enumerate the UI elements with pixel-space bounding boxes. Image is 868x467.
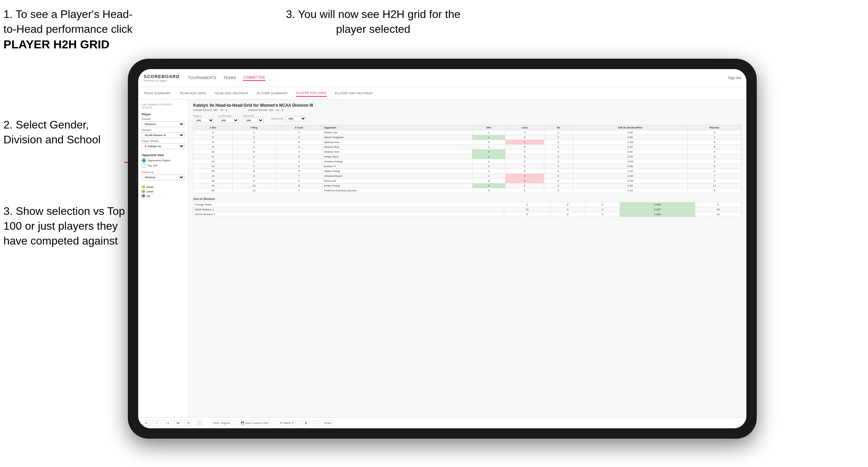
sub-nav-player-summary[interactable]: PLAYER SUMMARY: [257, 90, 288, 96]
up-color-dot: [142, 194, 145, 198]
grid-subtitle: Overall Record: 353 - 34 - 6 Division Re…: [193, 108, 742, 112]
tablet-frame: SCOREBOARD Powered by clippd TOURNAMENTS…: [128, 59, 757, 439]
brand: SCOREBOARD Powered by clippd: [144, 74, 180, 82]
tablet-screen: SCOREBOARD Powered by clippd TOURNAMENTS…: [138, 69, 746, 428]
overall-record: Overall Record: 353 - 34 - 6: [193, 108, 227, 112]
out-of-division-row: NAIA Division 1 15 0 0 9.267 30: [194, 207, 742, 212]
sidebar: Last Updated: 27/03/202416:55:38 Player …: [138, 99, 188, 417]
grid-area: Katelyn Vo Head-to-Head Grid for Women's…: [188, 99, 746, 417]
table-row: 9 1 4 Sharon Mun 1 0 1 3.67 3: [194, 145, 742, 150]
grid-title: Katelyn Vo Head-to-Head Grid for Women's…: [193, 103, 742, 108]
table-row: 15 8 5 Stella Cheng 1 0 0 1.25 4: [194, 169, 742, 174]
bottom-toolbar: ↩ ← ↪ ⇆ ↺ 🕐 | View: Original | 💾 Save Cu…: [138, 417, 746, 428]
back-button[interactable]: ←: [153, 420, 161, 426]
out-of-division-table: Foreign Team 1 0 0 4.500 2 NAIA Division…: [193, 202, 742, 217]
sub-nav-team-summary[interactable]: TEAM SUMMARY: [144, 90, 171, 96]
instruction-bottom-left: 3. Show selection vs Top 100 or just pla…: [3, 204, 128, 249]
opponents-filter-select[interactable]: (All): [285, 116, 306, 121]
nav-links: TOURNAMENTS TEAMS COMMITTEE: [188, 75, 728, 81]
th-div: # Div: [194, 125, 233, 130]
colour-by-label: Colour by: [142, 171, 185, 174]
h2h-table: # Div # Reg # Conf Opponent Win Loss Tie…: [193, 125, 742, 193]
table-row: 10 6 3 Andrea York 2 0 0 4.00 4: [194, 150, 742, 154]
upload-button[interactable]: ↑: [312, 420, 319, 426]
th-reg: # Reg: [233, 125, 275, 130]
undo-button[interactable]: ↩: [142, 420, 150, 426]
table-row: 20 11 7 Federica Domecq Lacroze 2 1 0 1.…: [194, 188, 742, 193]
top-100-radio[interactable]: Top 100: [142, 163, 185, 168]
table-row: 18 2 2 Euna Lee 0 1 0 -5.00 2: [194, 179, 742, 183]
th-loss: Loss: [506, 125, 544, 130]
color-legend: Down Level Up: [142, 185, 185, 198]
division-select[interactable]: NCAA Division III NCAA Division I NCAA D…: [142, 132, 185, 138]
reset-button[interactable]: ↺: [185, 420, 192, 426]
download-button[interactable]: ⬇: [302, 420, 310, 426]
table-row: 16 3 7 Jessica Mason 1 2 0 -0.94 7: [194, 174, 742, 179]
region-label: Region: [193, 114, 214, 117]
view-original-button[interactable]: View: Original: [210, 420, 232, 426]
th-win: Win: [472, 125, 506, 130]
sign-out-link[interactable]: Sign out: [728, 76, 741, 80]
last-updated: Last Updated: 27/03/202416:55:38: [142, 103, 185, 109]
out-of-division-label: Out of division: [193, 197, 742, 201]
conference-select[interactable]: (All): [218, 118, 239, 123]
opponent-filter: Opponent (All): [243, 114, 264, 123]
th-diff: Diff Av Strokes/Rnd: [573, 125, 687, 130]
opponent-label: Opponent: [243, 114, 264, 117]
out-of-division-row: NCAA Division 2 5 0 0 7.400 10: [194, 212, 742, 217]
instruction-mid-left: 2. Select Gender, Division and School: [3, 117, 121, 147]
sub-nav-team-h2h-heatmap[interactable]: TEAM H2H HEATMAP: [214, 90, 248, 96]
player-rank-select[interactable]: 8. Katelyn Vo: [142, 143, 185, 149]
player-section-title: Player: [142, 113, 185, 116]
nav-teams[interactable]: TEAMS: [223, 75, 236, 80]
nav-tournaments[interactable]: TOURNAMENTS: [188, 75, 217, 80]
instruction-top-right: 3. You will now see H2H grid for the pla…: [283, 7, 463, 37]
table-row: 3 1 1 Esther Lee 1 0 1 1.50 4: [194, 130, 742, 135]
conference-label: Conference: [218, 114, 239, 117]
opponents-filter-label: Opponents:: [271, 117, 284, 120]
nav-committee[interactable]: COMMITTEE: [243, 75, 265, 81]
th-tie: Tie: [544, 125, 573, 130]
table-row: 6 3 3 Sydney Kuo 0 1 0 -1.00 3: [194, 140, 742, 145]
out-of-division-row: Foreign Team 1 0 0 4.500 2: [194, 202, 742, 207]
save-custom-view-button[interactable]: 💾 Save Custom View: [238, 420, 271, 426]
table-row: 13 1 1 Jessica Huang 1 0 0 -3.00 2: [194, 159, 742, 164]
history-button[interactable]: 🕐: [195, 420, 204, 426]
colour-by-select[interactable]: Win/loss: [142, 174, 185, 180]
table-row: 19 10 6 Emily Chang 4 1 0 0.30 11: [194, 183, 742, 188]
gender-select[interactable]: Women's Men's: [142, 121, 185, 127]
brand-sub: Powered by clippd: [144, 79, 180, 82]
opponent-select[interactable]: (All): [243, 118, 264, 123]
sub-nav-player-h2h-grid[interactable]: PLAYER H2H GRID: [296, 90, 327, 97]
conference-filter: Conference (All): [218, 114, 239, 123]
main-content: Last Updated: 27/03/202416:55:38 Player …: [138, 99, 746, 417]
sub-nav-player-h2h-heatmap[interactable]: PLAYER H2H HEATMAP: [335, 90, 373, 96]
level-color-dot: [142, 190, 145, 193]
sub-navbar: TEAM SUMMARY TEAM H2H GRID TEAM H2H HEAT…: [138, 87, 746, 99]
opponent-view-title: Opponent view: [142, 153, 185, 157]
division-record: Division Record: 331 - 34 - 6: [248, 108, 283, 112]
player-rank-label: Player (Rank): [142, 140, 185, 143]
opponents-played-radio[interactable]: Opponents Played: [142, 158, 185, 163]
table-row: 11 2 5 Heejo Hyun 1 0 0 3.33 3: [194, 154, 742, 159]
region-select[interactable]: (All): [193, 118, 214, 123]
redo-button[interactable]: ↪: [164, 420, 171, 426]
table-row: 5 2 2 Alexis Sudjianto 1 0 0 4.00 3: [194, 135, 742, 140]
sub-nav-team-h2h-grid[interactable]: TEAM H2H GRID: [179, 90, 206, 96]
down-color-dot: [142, 185, 145, 189]
share-button[interactable]: Share: [322, 420, 334, 426]
brand-title: SCOREBOARD: [144, 74, 180, 79]
nav-right: Sign out: [728, 76, 741, 80]
gender-label: Gender: [142, 117, 185, 121]
th-rounds: Rounds: [688, 125, 742, 130]
swap-button[interactable]: ⇆: [174, 420, 182, 426]
region-filter: Region (All): [193, 114, 214, 123]
filter-row: Region (All) Conference (All) Opponent: [193, 114, 742, 123]
th-opponent: Opponent: [322, 125, 472, 130]
division-label: Division: [142, 128, 185, 132]
th-conf: # Conf: [275, 125, 322, 130]
instruction-top-left: 1. To see a Player's Head-to-Head perfor…: [3, 7, 135, 53]
table-row: 14 7 4 Eunice Yi 2 2 0 0.38 9: [194, 164, 742, 169]
watch-button[interactable]: 👁 Watch ▾: [277, 420, 296, 426]
navbar: SCOREBOARD Powered by clippd TOURNAMENTS…: [138, 69, 746, 87]
